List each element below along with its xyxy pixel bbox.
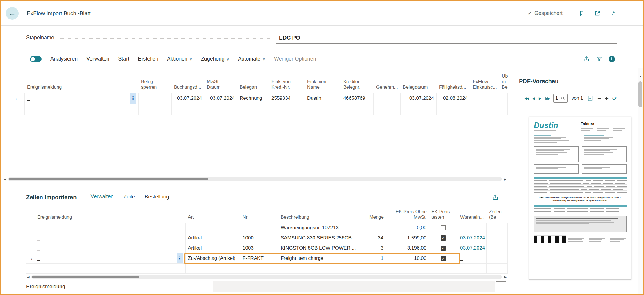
cell-nr[interactable] bbox=[240, 223, 278, 233]
cell-beschreibung[interactable]: KINGSTON 8GB LOW POWER ... bbox=[278, 243, 361, 253]
col-genehmigt[interactable]: Genehm... bbox=[374, 68, 401, 93]
document-row-empty[interactable] bbox=[6, 104, 508, 115]
back-page-icon[interactable]: ← bbox=[621, 95, 626, 101]
stapelname-input[interactable] bbox=[276, 35, 606, 41]
col-faelligkeitsdatum[interactable]: Fälligkeitsd... bbox=[437, 68, 470, 93]
cell-beschreibung[interactable]: Freight item charge bbox=[278, 253, 361, 263]
col-kreditor-belegnr[interactable]: KreditorBelegnr. bbox=[341, 68, 374, 93]
cell-empty[interactable] bbox=[361, 264, 386, 273]
col-beleg-sperren[interactable]: Belegsperren bbox=[139, 68, 172, 93]
first-page-icon[interactable]: ◀◀ bbox=[524, 96, 528, 101]
filter-icon[interactable] bbox=[596, 56, 603, 63]
cell-empty[interactable] bbox=[278, 264, 361, 273]
ereignismeldung-more-button[interactable]: … bbox=[496, 281, 506, 292]
info-icon[interactable]: i bbox=[609, 56, 615, 62]
cell-empty[interactable] bbox=[172, 104, 204, 115]
share-icon[interactable] bbox=[583, 56, 590, 63]
row-menu-icon[interactable]: ⋮ bbox=[130, 93, 136, 104]
col-ereignismeldung[interactable]: Ereignismeldung bbox=[35, 205, 186, 223]
col-eink-von-name[interactable]: Eink. vonName bbox=[305, 68, 341, 93]
cell-empty[interactable] bbox=[204, 104, 237, 115]
cell-beschreibung[interactable]: SAMSUNG 830 SERIES 256GB ... bbox=[278, 233, 361, 243]
col-belegdatum[interactable]: Belegdatum bbox=[401, 68, 437, 93]
cell-empty[interactable] bbox=[470, 104, 501, 115]
cell-empty[interactable] bbox=[429, 264, 458, 273]
next-page-icon[interactable]: ▶ bbox=[539, 96, 542, 101]
import-line-row[interactable]: _ Artikel 1000 SAMSUNG 830 SERIES 256GB … bbox=[26, 233, 508, 243]
tab-zeile[interactable]: Zeile bbox=[123, 194, 135, 201]
col-uebertragen[interactable]: Übm:Be bbox=[501, 68, 508, 93]
cell-empty[interactable] bbox=[458, 264, 487, 273]
stapelname-lookup-button[interactable]: … bbox=[606, 35, 617, 41]
collapse-icon[interactable] bbox=[610, 10, 617, 17]
cell-genehmigt[interactable] bbox=[374, 93, 401, 104]
cell-empty[interactable] bbox=[401, 104, 437, 115]
tab-verwalten[interactable]: Verwalten bbox=[90, 193, 113, 201]
share-icon[interactable] bbox=[492, 194, 499, 201]
scroll-up-icon[interactable]: ▲ bbox=[638, 75, 643, 78]
cell-belegart[interactable]: Rechnung bbox=[237, 93, 269, 104]
cell-empty[interactable] bbox=[305, 104, 341, 115]
cell-zeilen[interactable] bbox=[487, 223, 508, 233]
vertical-scrollbar[interactable]: ▲ bbox=[638, 68, 643, 294]
cell-art[interactable]: Zu-/Abschlag (Artikel) bbox=[186, 253, 240, 263]
cell-nr[interactable]: F-FRAKT bbox=[240, 253, 278, 263]
tab-bestellung[interactable]: Bestellung bbox=[145, 194, 169, 201]
col-eink-von-kred-nr[interactable]: Eink. vonKred.-Nr. bbox=[269, 68, 305, 93]
cell-zeilen[interactable] bbox=[487, 233, 508, 243]
cell-wareneingang[interactable]: 03.07.2024 bbox=[458, 243, 487, 253]
cell-ek-preis[interactable]: 3.196,00 bbox=[386, 243, 429, 253]
scroll-left-icon[interactable]: ◀ bbox=[26, 275, 30, 279]
menu-verwalten[interactable]: Verwalten bbox=[86, 56, 109, 62]
cell-ek-preis[interactable]: 10,00 bbox=[386, 253, 429, 263]
cell-ereignismeldung[interactable]: _ bbox=[35, 223, 186, 233]
cell-empty[interactable] bbox=[35, 264, 186, 273]
scrollbar-thumb[interactable] bbox=[638, 81, 642, 107]
cell-menge[interactable]: 34 bbox=[361, 233, 386, 243]
cell-ereignismeldung[interactable]: _ ⋮ bbox=[25, 93, 139, 104]
bookmark-icon[interactable] bbox=[578, 10, 585, 17]
cell-art[interactable]: Artikel bbox=[186, 233, 240, 243]
cell-beleg-sperren[interactable] bbox=[139, 93, 172, 104]
cell-zeilen[interactable] bbox=[487, 243, 508, 253]
cell-empty[interactable] bbox=[237, 104, 269, 115]
col-ereignismeldung[interactable]: Ereignismeldung bbox=[25, 68, 139, 93]
ek-preis-testen-checkbox[interactable] bbox=[441, 246, 446, 251]
cell-empty[interactable] bbox=[374, 104, 401, 115]
previous-page-icon[interactable]: ◀ bbox=[532, 96, 535, 101]
cell-empty[interactable] bbox=[240, 264, 278, 273]
scroll-right-icon[interactable]: ▶ bbox=[503, 177, 507, 181]
import-line-row[interactable]: _ Wareneingangsnr. 107213: 0,00 _ bbox=[26, 223, 508, 233]
ek-preis-testen-checkbox[interactable] bbox=[441, 225, 446, 230]
col-nr[interactable]: Nr. bbox=[240, 205, 278, 223]
cell-nr[interactable]: 1000 bbox=[240, 233, 278, 243]
col-ek-preis-ohne-mwst[interactable]: EK-Preis OhneMwSt. bbox=[386, 205, 429, 223]
ereignismeldung-footer-field[interactable] bbox=[213, 281, 495, 292]
cell-buchungsdatum[interactable]: 03.07.2024 bbox=[172, 93, 204, 104]
cell-empty[interactable] bbox=[139, 104, 172, 115]
ek-preis-testen-checkbox[interactable] bbox=[441, 256, 446, 261]
page-number-field[interactable] bbox=[553, 94, 568, 103]
col-art[interactable]: Art bbox=[186, 205, 240, 223]
stapelname-field[interactable]: … bbox=[276, 32, 617, 44]
scrollbar-thumb[interactable] bbox=[32, 276, 139, 278]
open-in-new-window-icon[interactable] bbox=[594, 10, 601, 17]
menu-analysieren[interactable]: Analysieren bbox=[50, 56, 78, 62]
zoom-in-icon[interactable]: + bbox=[605, 95, 608, 102]
refresh-icon[interactable]: ⟳ bbox=[612, 95, 617, 102]
cell-ereignismeldung[interactable]: _ bbox=[35, 243, 186, 253]
menu-aktionen[interactable]: Aktionen∨ bbox=[167, 56, 192, 62]
document-row[interactable]: → _ ⋮ 03.07.2024 03.07.2024 Rechnung 255… bbox=[6, 93, 508, 104]
cell-eink-von-kred-nr[interactable]: 2559334 bbox=[269, 93, 305, 104]
menu-zugehoerig[interactable]: Zugehörig∨ bbox=[201, 56, 230, 62]
last-page-icon[interactable]: ▶▶ bbox=[545, 96, 549, 101]
cell-zeilen[interactable] bbox=[487, 253, 508, 263]
fit-page-icon[interactable] bbox=[587, 95, 594, 102]
col-wareneingang[interactable]: Warenein... bbox=[458, 205, 487, 223]
import-line-row[interactable]: _ Artikel 1003 KINGSTON 8GB LOW POWER ..… bbox=[26, 243, 508, 253]
cell-menge[interactable]: 3 bbox=[361, 243, 386, 253]
col-ek-preis-testen[interactable]: EK-Preistesten bbox=[429, 205, 458, 223]
analysieren-toggle[interactable] bbox=[30, 56, 42, 62]
cell-menge[interactable] bbox=[361, 223, 386, 233]
col-exflow-einkaufscode[interactable]: ExFlowEinkaufsc... bbox=[470, 68, 501, 93]
